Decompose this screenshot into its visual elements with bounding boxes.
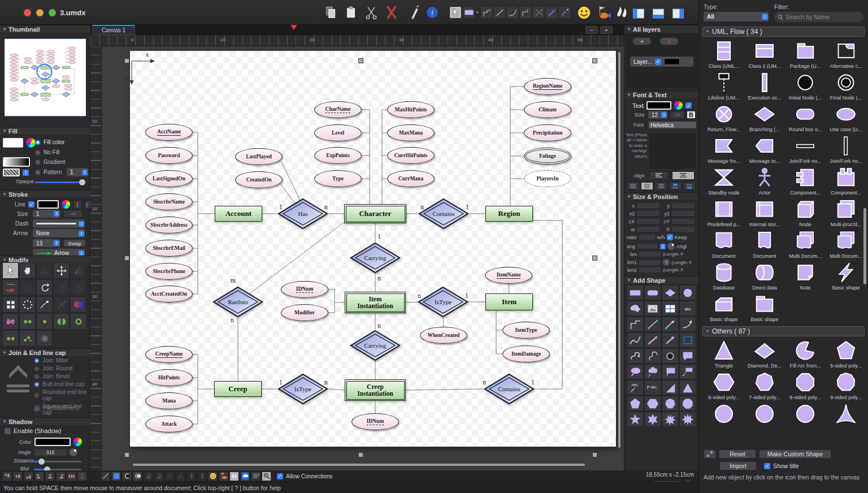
add-image-shape-button[interactable] (644, 301, 661, 316)
cloud-button[interactable] (240, 472, 250, 481)
dash-select[interactable] (33, 219, 85, 228)
color-blend-tool[interactable] (70, 296, 86, 313)
library-shape-component-[interactable]: Component... (826, 167, 866, 196)
search-input[interactable] (785, 14, 860, 20)
add-scribble-arrow-button[interactable] (627, 348, 644, 364)
library-shape-9-sided-poly-[interactable]: 9-sided poly... (826, 371, 866, 401)
distance-slider[interactable] (34, 461, 81, 462)
rotate-triangle-tool[interactable] (53, 279, 70, 296)
add-abc-text-button[interactable]: abc (679, 301, 696, 316)
add-abc-line-button[interactable]: ABC (627, 380, 644, 395)
lock-button[interactable] (144, 472, 153, 481)
entity-character[interactable]: Character (344, 204, 406, 223)
library-shape-multi-proc-d-[interactable]: Multi-proc/d... (826, 198, 866, 228)
entity-item-instantiation[interactable]: Item Instantiation (345, 292, 406, 313)
add-s-curve-button[interactable] (627, 332, 644, 348)
add-hexagon-button[interactable] (644, 396, 661, 411)
add-curve-line-button[interactable] (679, 317, 696, 332)
grid-squares-tool[interactable] (2, 296, 19, 313)
add-abc-bracket-button[interactable]: ABC (644, 380, 661, 395)
add-squiggle-button[interactable] (644, 348, 661, 364)
enable-shadow-checkbox[interactable] (5, 428, 11, 434)
library-shape-message-to-[interactable]: Message to... (744, 135, 785, 165)
add-rect-callout-button[interactable] (662, 364, 679, 379)
library-shape-alternative-c-[interactable]: Alternative c... (826, 40, 866, 70)
attribute-itemname[interactable]: ItemName (485, 267, 532, 284)
library-shape-circle[interactable] (744, 403, 785, 433)
color-fan-tool[interactable] (2, 313, 19, 330)
selection-handle[interactable] (124, 452, 129, 457)
add-star-5-button[interactable] (627, 412, 644, 427)
no-fill-radio[interactable] (35, 150, 41, 155)
shape-tool-button[interactable] (463, 6, 475, 19)
arrow-width-select[interactable]: 13 (33, 239, 60, 247)
library-shape-multi-docum-[interactable]: Multi Docum... (826, 230, 866, 260)
text-content-area[interactable] (648, 132, 697, 170)
more-dots-button[interactable] (77, 472, 87, 481)
delete-layer-button[interactable]: X (659, 37, 679, 45)
green-dot-tool[interactable] (36, 313, 53, 330)
add-pentagon-button[interactable] (627, 396, 644, 411)
relationship-contains-1[interactable]: Contains (418, 198, 469, 230)
attribute-attack[interactable]: Attack (145, 416, 193, 433)
add-speech-bubble-button[interactable] (679, 348, 696, 364)
attribute-foliage[interactable]: Foliage (524, 148, 571, 165)
mirror-button[interactable] (176, 472, 185, 481)
font-text-section-header[interactable]: Font & Text (624, 90, 699, 99)
library-shape-round-box-o-[interactable]: Round box o... (785, 103, 826, 133)
layer-color-swatch[interactable] (664, 58, 680, 65)
toggle-left-panel-button[interactable] (632, 5, 645, 22)
arrow-select[interactable]: None (33, 229, 85, 237)
library-shape-execution-oc-[interactable]: Execution oc... (744, 72, 785, 101)
layer-row[interactable]: Layer... (630, 57, 693, 67)
library-shape-8-sided-poly-[interactable]: 8-sided poly... (785, 371, 826, 401)
library-shape-predefined-p-[interactable]: Predefined p... (704, 198, 744, 228)
library-shape-multi-docum-[interactable]: Multi Docum... (785, 230, 826, 260)
attribute-sbscrbraddress[interactable]: SbscrbrAddress (145, 217, 193, 233)
add-line-segment-button[interactable] (644, 317, 661, 332)
attribute-createdon[interactable]: CreatedOn (235, 171, 283, 188)
ang-stepper[interactable] (660, 244, 666, 249)
round-elbow-connector-button[interactable] (519, 6, 532, 19)
green-split-tool[interactable] (53, 313, 70, 330)
move-tool[interactable] (53, 262, 70, 279)
allow-connections-checkbox[interactable] (277, 473, 283, 479)
library-shape-fill-arc-from-[interactable]: Fill Arc from... (785, 340, 826, 369)
lamp-button[interactable] (229, 472, 239, 481)
add-canvas-button[interactable]: + (600, 26, 613, 34)
attribute-precipitation[interactable]: Precipitation (524, 124, 571, 141)
relationship-is-type-2[interactable]: IsType (277, 373, 328, 405)
ratio-field[interactable] (639, 234, 656, 240)
attribute-maxhitpoints[interactable]: MaxHitPoints (387, 101, 435, 118)
zoom-tool-button[interactable] (262, 472, 271, 481)
library-shape-basic-shape[interactable]: Basic shape (744, 293, 785, 323)
swap-button[interactable]: Swap (63, 239, 86, 247)
copy-icon[interactable] (322, 4, 339, 21)
attribute-sbscrbrname[interactable]: SbscrbrName (145, 193, 193, 210)
align-center-pair-button[interactable] (45, 472, 55, 481)
library-shape-note[interactable]: Note (785, 262, 826, 291)
length-help-button[interactable]: ? (663, 259, 670, 266)
align-bottom-button[interactable] (24, 472, 33, 481)
library-shape-diamond-de-[interactable]: Diamond, De... (744, 340, 785, 369)
info-icon[interactable]: i (424, 4, 441, 21)
mirror-tool[interactable] (70, 262, 86, 279)
rotate-tool[interactable] (36, 279, 53, 296)
thumbnail-section-header[interactable]: Thumbnail (0, 25, 90, 33)
library-shape-return-flow-[interactable]: Return, Flow... (704, 103, 744, 133)
unlock-button[interactable] (154, 472, 164, 481)
attribute-idnum[interactable]: IDNum (281, 281, 328, 298)
add-octagon-button[interactable] (679, 396, 696, 411)
relationship-has[interactable]: Has (277, 198, 328, 230)
add-star-6-button[interactable] (644, 412, 661, 427)
canvas-workspace[interactable]: AcctNamePasswordLastSignedOnSbscrbrNameS… (102, 46, 624, 470)
add-elbow-connector2-button[interactable] (627, 317, 644, 332)
relationship-carrying-1[interactable]: Carrying (350, 242, 401, 274)
library-section-header-1[interactable]: Others ( 87 ) (702, 326, 865, 336)
opaque-slider[interactable] (35, 181, 86, 183)
font-size-select[interactable]: 12 (648, 111, 667, 119)
len1-field[interactable] (639, 260, 661, 266)
selection-handle[interactable] (592, 58, 597, 63)
toggle-right-panel-button[interactable] (671, 5, 685, 22)
attribute-regionname[interactable]: RegionName (524, 78, 571, 95)
